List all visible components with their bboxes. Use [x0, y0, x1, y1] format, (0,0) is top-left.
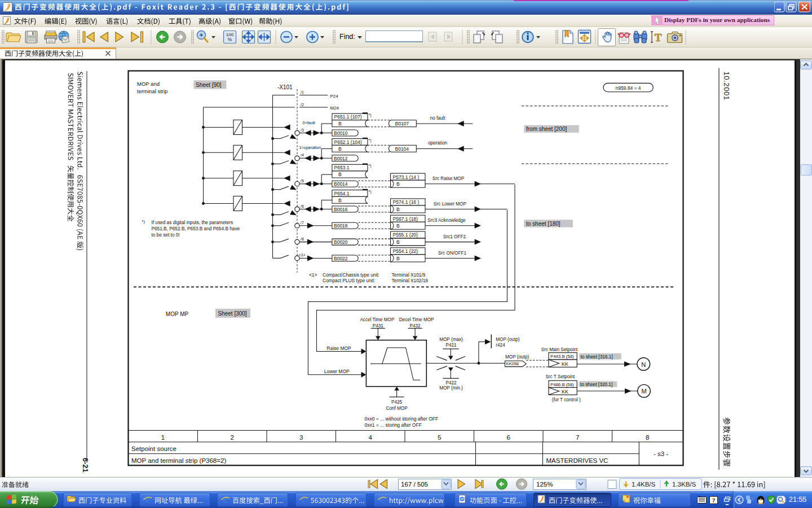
svg-text:1.3KB/S: 1.3KB/S [672, 481, 696, 488]
svg-text:MOP (outp): MOP (outp) [496, 337, 519, 342]
svg-text:<1>: <1> [309, 272, 317, 278]
svg-text:Src Lower MOP: Src Lower MOP [434, 202, 466, 207]
svg-text:P573.1 (14 ): P573.1 (14 ) [393, 174, 420, 180]
svg-text:from sheet [200]: from sheet [200] [526, 126, 567, 132]
svg-text:P555.1 (20): P555.1 (20) [393, 232, 418, 238]
svg-text:P574.1 (16 ): P574.1 (16 ) [393, 199, 420, 205]
svg-text:4: 4 [368, 434, 372, 441]
svg-text:Src ON/OFF1: Src ON/OFF1 [438, 251, 466, 256]
svg-text:B: B [396, 223, 400, 229]
svg-text:<1>: <1> [299, 253, 306, 257]
svg-text:B: B [338, 146, 342, 152]
svg-text:P567.1 (18): P567.1 (18) [393, 216, 418, 222]
svg-text:to sheet [180]: to sheet [180] [526, 221, 561, 227]
svg-text:/5: /5 [301, 179, 304, 183]
svg-text:B0018: B0018 [334, 223, 348, 229]
svg-text:/2: /2 [301, 103, 304, 107]
svg-text:B: B [338, 172, 342, 177]
svg-text:B: B [396, 239, 400, 245]
svg-text:Setpoint source: Setpoint source [131, 445, 176, 452]
svg-text:KK058: KK058 [506, 361, 519, 366]
svg-text:Src Raise MOP: Src Raise MOP [433, 176, 465, 181]
svg-text:B0010: B0010 [334, 130, 348, 136]
svg-text:terminal strip: terminal strip [137, 88, 167, 94]
svg-text:P422: P422 [445, 380, 457, 386]
svg-text:e: e [379, 494, 384, 504]
svg-text:Terminal X101/9: Terminal X101/9 [391, 272, 425, 278]
svg-text:B0107: B0107 [395, 121, 409, 126]
svg-text:?: ? [712, 497, 716, 503]
svg-text:operation: operation [428, 141, 448, 146]
svg-text:B0104: B0104 [395, 146, 409, 152]
svg-text:P654.1: P654.1 [334, 191, 350, 196]
svg-text:MOP (max): MOP (max) [439, 337, 463, 342]
svg-text:P651.B, P652.B, P653.B and P65: P651.B, P652.B, P653.B and P654.B have [151, 226, 240, 231]
svg-text:- s3 -: - s3 - [654, 450, 668, 457]
svg-text:Compact PLUS type unit:: Compact PLUS type unit: [323, 278, 375, 283]
svg-text:e: e [223, 494, 228, 504]
svg-text:*): *) [369, 138, 372, 143]
svg-text:to sheet [316.1]: to sheet [316.1] [581, 354, 613, 360]
svg-text:B0022: B0022 [334, 256, 348, 261]
svg-text:B0012: B0012 [334, 156, 348, 161]
svg-text:*): *) [369, 113, 372, 117]
svg-text:/1: /1 [301, 90, 304, 94]
svg-text:no fault: no fault [430, 116, 446, 121]
svg-text:6-21: 6-21 [81, 458, 90, 472]
svg-text:N: N [641, 361, 646, 368]
svg-text:Decel Time MOP: Decel Time MOP [399, 317, 434, 322]
svg-text:MOP and: MOP and [137, 81, 160, 87]
svg-text:Sheet [300]: Sheet [300] [218, 310, 247, 317]
svg-text:M24: M24 [330, 106, 339, 111]
svg-text:B: B [396, 207, 400, 212]
svg-text:T: T [655, 32, 662, 43]
svg-text:%: % [228, 37, 232, 42]
svg-text:KK: KK [562, 361, 568, 367]
svg-text:-X101: -X101 [277, 84, 293, 90]
svg-text:e: e [145, 494, 149, 504]
svg-text:Src1 OFF2: Src1 OFF2 [443, 234, 466, 239]
svg-text:B: B [396, 256, 400, 261]
svg-text:10.2001: 10.2001 [722, 72, 731, 100]
svg-text:Src T Setpoint: Src T Setpoint [545, 374, 575, 379]
svg-text:0xx0 = ... without storing aft: 0xx0 = ... without storing after OFF [365, 416, 439, 422]
svg-text:0=fault: 0=fault [303, 120, 315, 125]
svg-text:/8: /8 [301, 237, 304, 241]
svg-text:P486.B (58): P486.B (58) [550, 382, 574, 387]
svg-text:P443.B (58): P443.B (58) [550, 354, 574, 359]
svg-text:0xx1 = ... storing after OFF: 0xx1 = ... storing after OFF [365, 422, 422, 428]
svg-text:If used as digital inputs, the: If used as digital inputs, the parameter… [151, 220, 233, 225]
svg-text:MOP (outp): MOP (outp) [505, 354, 529, 360]
svg-text:P24: P24 [330, 94, 339, 99]
svg-text:*): *) [142, 219, 145, 224]
svg-text:P432: P432 [410, 323, 421, 329]
svg-text:Lower MOP: Lower MOP [324, 369, 350, 374]
svg-text:to sheet [320.1]: to sheet [320.1] [580, 382, 612, 387]
svg-text:e: e [301, 494, 306, 504]
svg-text:Src Main Setpoint: Src Main Setpoint [541, 347, 578, 352]
svg-text:P653.1: P653.1 [334, 165, 350, 170]
svg-text:8: 8 [646, 434, 649, 441]
svg-text:Compact/Chassis type unit:: Compact/Chassis type unit: [323, 272, 379, 278]
svg-text:125%: 125% [536, 481, 553, 488]
svg-text:Raise MOP: Raise MOP [326, 345, 351, 351]
svg-text:Find:: Find: [339, 33, 355, 41]
svg-text:B0016: B0016 [334, 207, 348, 212]
svg-text:Conf MOP: Conf MOP [386, 406, 408, 411]
svg-text:1.4KB/S: 1.4KB/S [632, 481, 656, 488]
svg-text:P421: P421 [445, 343, 457, 348]
svg-text:*): *) [369, 164, 372, 168]
svg-text:B: B [338, 198, 342, 203]
svg-text:1: 1 [161, 434, 165, 441]
svg-text:r424: r424 [496, 343, 505, 348]
svg-text:M: M [641, 388, 646, 395]
svg-text:B0020: B0020 [334, 239, 348, 245]
svg-text:*): *) [369, 190, 372, 194]
svg-text:Accel Time MOP: Accel Time MOP [360, 317, 395, 322]
svg-text:MOP and terminal strip (P368=2: MOP and terminal strip (P368=2) [131, 457, 226, 464]
svg-text:Terminal X102/19: Terminal X102/19 [391, 278, 428, 283]
svg-text:B: B [396, 181, 400, 187]
svg-text:P431: P431 [373, 323, 384, 329]
svg-text:MOP MP: MOP MP [166, 311, 189, 317]
svg-text:3: 3 [299, 434, 303, 441]
